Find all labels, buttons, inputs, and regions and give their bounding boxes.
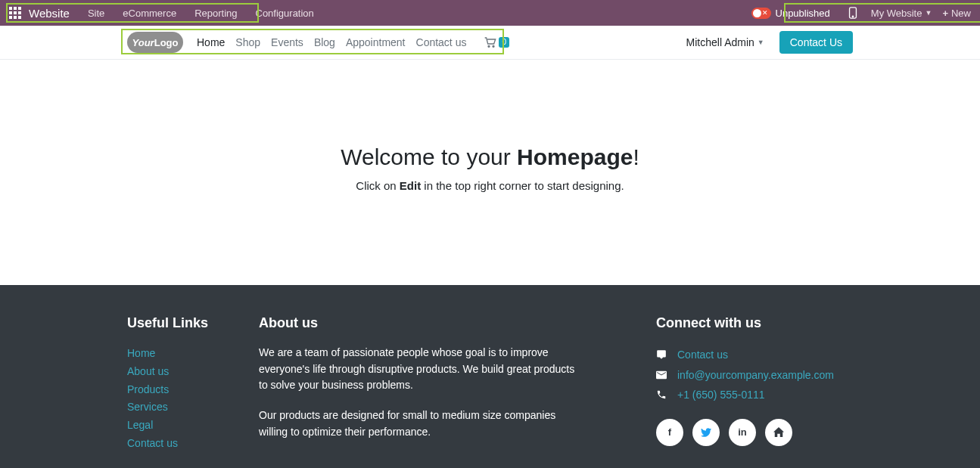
editor-menu-website[interactable]: Website	[29, 0, 79, 26]
logo-text: YourLogo	[132, 37, 179, 48]
caret-down-icon: ▼	[758, 39, 764, 46]
footer-connect-col: Connect with us Contact us info@yourcomp…	[656, 315, 853, 454]
editor-menu-configuration[interactable]: Configuration	[247, 0, 323, 26]
editor-menu-ecommerce[interactable]: eCommerce	[114, 0, 185, 26]
toggle-knob	[753, 9, 761, 17]
publish-toggle[interactable]: ✕	[751, 8, 771, 19]
site-footer: Useful Links Home About us Products Serv…	[0, 285, 980, 468]
hero-title: Welcome to your Homepage!	[341, 144, 639, 170]
publish-state-label: Unpublished	[776, 8, 830, 19]
caret-down-icon: ▼	[925, 9, 932, 17]
footer-links-col: Useful Links Home About us Products Serv…	[127, 315, 259, 454]
footer-link-contact[interactable]: Contact us	[127, 435, 259, 453]
nav-contact[interactable]: Contact us	[416, 36, 467, 48]
footer-about-title: About us	[259, 315, 584, 331]
nav-events[interactable]: Events	[271, 36, 303, 48]
hero-subtitle: Click on Edit in the top right corner to…	[356, 179, 624, 192]
footer-link-services[interactable]: Services	[127, 398, 259, 417]
speech-icon	[656, 349, 668, 360]
nav-shop[interactable]: Shop	[235, 36, 260, 48]
website-selector-label: My Website	[871, 8, 922, 19]
hero-sub-post: in the top right corner to start designi…	[421, 179, 624, 192]
editor-menu-reporting[interactable]: Reporting	[185, 0, 246, 26]
hero-title-post: !	[633, 144, 639, 169]
website-selector[interactable]: My Website ▼	[865, 0, 938, 26]
svg-rect-0	[9, 7, 12, 10]
phone-icon	[656, 389, 668, 400]
site-logo[interactable]: YourLogo	[127, 32, 183, 53]
footer-email-link[interactable]: info@yourcompany.example.com	[677, 365, 834, 386]
mobile-icon	[848, 7, 857, 19]
footer-connect-title: Connect with us	[656, 315, 853, 331]
footer-link-about[interactable]: About us	[127, 363, 259, 381]
social-row: f in	[656, 419, 853, 446]
footer-contact-link[interactable]: Contact us	[677, 345, 728, 365]
hero-sub-pre: Click on	[356, 179, 400, 192]
svg-rect-5	[18, 11, 21, 14]
toggle-x-icon: ✕	[762, 10, 768, 17]
social-twitter[interactable]	[692, 419, 720, 446]
hero-section: Welcome to your Homepage! Click on Edit …	[0, 60, 980, 285]
svg-point-10	[852, 16, 853, 17]
nav-home[interactable]: Home	[197, 36, 225, 48]
mobile-preview-button[interactable]	[841, 0, 865, 26]
footer-link-home[interactable]: Home	[127, 345, 259, 363]
editor-bar: Website Site eCommerce Reporting Configu…	[0, 0, 980, 26]
footer-about-p1: We are a team of passionate people whose…	[259, 345, 584, 394]
footer-phone-link[interactable]: +1 (650) 555-0111	[677, 385, 765, 405]
site-header: YourLogo Home Shop Events Blog Appointme…	[0, 26, 980, 60]
nav-blog[interactable]: Blog	[314, 36, 335, 48]
social-home[interactable]	[765, 419, 792, 446]
cart-link[interactable]: 0	[484, 37, 509, 48]
svg-point-12	[493, 45, 494, 47]
svg-rect-3	[9, 11, 12, 14]
site-nav: Home Shop Events Blog Appointment Contac…	[197, 36, 509, 48]
footer-link-legal[interactable]: Legal	[127, 417, 259, 435]
cart-icon	[484, 37, 496, 48]
footer-about-col: About us We are a team of passionate peo…	[259, 315, 584, 454]
svg-rect-1	[14, 7, 17, 10]
svg-rect-8	[18, 16, 21, 19]
nav-appointment[interactable]: Appointment	[346, 36, 406, 48]
contact-us-button[interactable]: Contact Us	[779, 31, 853, 54]
hero-sub-bold: Edit	[400, 179, 421, 192]
editor-menu-site[interactable]: Site	[79, 0, 114, 26]
apps-icon[interactable]	[9, 7, 21, 19]
footer-link-products[interactable]: Products	[127, 381, 259, 399]
social-linkedin[interactable]: in	[729, 419, 756, 446]
social-facebook[interactable]: f	[656, 419, 683, 446]
svg-rect-7	[14, 16, 17, 19]
new-label: New	[951, 8, 971, 19]
svg-rect-2	[18, 7, 21, 10]
user-menu[interactable]: Mitchell Admin ▼	[686, 36, 764, 48]
envelope-icon	[656, 370, 668, 380]
footer-about-p2: Our products are designed for small to m…	[259, 408, 584, 440]
hero-title-bold: Homepage	[517, 144, 633, 169]
plus-icon: +	[942, 8, 948, 19]
new-button[interactable]: + New	[938, 0, 975, 26]
user-name: Mitchell Admin	[686, 36, 754, 48]
hero-title-pre: Welcome to your	[341, 144, 517, 169]
svg-rect-4	[14, 11, 17, 14]
cart-count-badge: 0	[499, 37, 509, 48]
svg-rect-6	[9, 16, 12, 19]
footer-links-title: Useful Links	[127, 315, 259, 331]
svg-point-11	[488, 45, 490, 47]
